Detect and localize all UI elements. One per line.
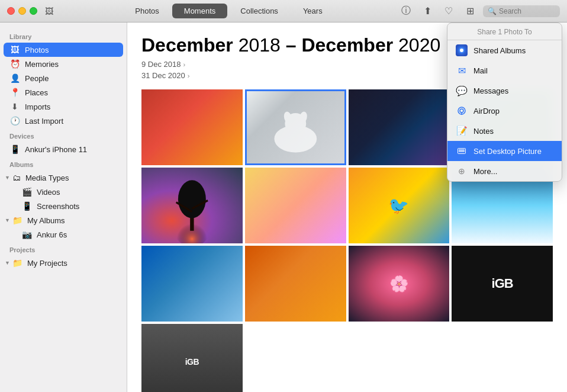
sidebar-item-ankur6s-label: Ankur 6s [37, 230, 67, 239]
chevron-down-icon: ▼ [5, 175, 10, 181]
media-types-label: Media Types [25, 173, 69, 182]
airdrop-icon [456, 105, 468, 117]
dropdown-item-more[interactable]: ⊕ More... [447, 161, 562, 181]
dropdown-item-messages[interactable]: 💬 Messages [447, 81, 562, 101]
tab-photos[interactable]: Photos [123, 4, 170, 18]
sidebar-group-my-albums[interactable]: ▼ 📁 My Albums [0, 213, 127, 227]
photo-cell-2[interactable] [245, 89, 346, 165]
more-icon: ⊕ [456, 165, 468, 177]
photo-cell-12[interactable]: iGB [452, 246, 553, 322]
sidebar-item-photos-label: Photos [25, 46, 49, 54]
more-label: More... [473, 167, 497, 176]
sidebar-item-photos[interactable]: 🖼 Photos [4, 43, 123, 57]
memories-icon: ⏰ [9, 59, 20, 69]
sidebar-item-videos[interactable]: 🎬 Videos [0, 185, 127, 199]
dropdown-item-airdrop[interactable]: AirDrop [447, 101, 562, 121]
sidebar-item-memories[interactable]: ⏰ Memories [0, 57, 127, 71]
imports-icon: ⬇ [9, 102, 20, 111]
ankur6s-icon: 📷 [21, 230, 32, 239]
sidebar-item-imports[interactable]: ⬇ Imports [0, 99, 127, 114]
photo-2 [245, 89, 346, 165]
sidebar-item-screenshots-label: Screenshots [37, 202, 79, 211]
my-projects-label: My Projects [27, 259, 67, 268]
sidebar-item-screenshots[interactable]: 📱 Screenshots [0, 199, 127, 213]
last-import-icon: 🕐 [9, 116, 20, 126]
traffic-lights [0, 7, 37, 15]
chevron-right-icon: ▼ [5, 260, 10, 266]
photo-cell-11[interactable]: 🌸 [349, 246, 450, 322]
library-section-label: Library [0, 28, 127, 43]
search-icon: 🔍 [488, 7, 497, 15]
places-icon: 📍 [9, 88, 20, 97]
sidebar-item-memories-label: Memories [25, 60, 59, 69]
my-albums-label: My Albums [27, 216, 65, 225]
my-projects-folder-icon: 📁 [12, 258, 22, 268]
photo-9 [141, 246, 243, 322]
date-range-start-year: 2018 [239, 34, 286, 56]
my-albums-folder-icon: 📁 [12, 216, 22, 225]
notes-icon: 📝 [456, 125, 468, 137]
photo-cell-6[interactable] [245, 168, 346, 243]
minimize-button[interactable] [18, 7, 26, 15]
airdrop-label: AirDrop [473, 107, 500, 115]
date-range-end-month: December [301, 34, 393, 56]
sidebar-item-last-import[interactable]: 🕐 Last Import [0, 114, 127, 128]
photo-12: iGB [452, 246, 553, 322]
dropdown-header: Share 1 Photo To [447, 23, 562, 40]
sidebar-item-iphone[interactable]: 📱 Ankur's iPhone 11 [0, 142, 127, 156]
close-button[interactable] [7, 7, 15, 15]
sidebar-item-places[interactable]: 📍 Places [0, 85, 127, 99]
projects-section-label: Projects [0, 242, 127, 256]
photo-7: 🐦 [349, 168, 450, 243]
photo-cell-1[interactable] [141, 89, 243, 165]
dog-silhouette [255, 97, 336, 158]
photo-cell-10[interactable] [245, 246, 346, 322]
sidebar-item-imports-label: Imports [25, 102, 50, 111]
messages-label: Messages [473, 86, 508, 95]
dropdown-item-mail[interactable]: ✉ Mail [447, 60, 562, 81]
photo-3 [349, 89, 450, 165]
photo-cell-9[interactable] [141, 246, 243, 322]
arrow-icon-1: › [183, 61, 186, 68]
share-dropdown-menu: Share 1 Photo To Shared Albums ✉ Mail 💬 … [447, 23, 562, 182]
info-button[interactable]: ⓘ [398, 3, 414, 20]
sidebar-group-my-projects[interactable]: ▼ 📁 My Projects [0, 256, 127, 270]
photo-cell-7[interactable]: 🐦 [349, 168, 450, 243]
tab-years[interactable]: Years [291, 4, 334, 18]
date-range-end-year: 2020 [398, 34, 440, 56]
date-range-start-month: December [141, 34, 233, 56]
maximize-button[interactable] [30, 7, 37, 15]
photo-10 [245, 246, 346, 322]
svg-point-12 [460, 109, 463, 113]
toolbar-right: ⓘ ⬆ ♡ ⊞ 🔍 [398, 3, 567, 20]
sidebar-group-media-types[interactable]: ▼ 🗂 Media Types [0, 171, 127, 185]
shared-albums-label: Shared Albums [473, 46, 526, 55]
mail-icon: ✉ [456, 65, 468, 76]
date2-text: 31 Dec 2020 [141, 71, 185, 80]
favorite-button[interactable]: ♡ [440, 3, 457, 20]
sidebar-item-ankur6s[interactable]: 📷 Ankur 6s [0, 227, 127, 242]
sidebar: Library 🖼 Photos ⏰ Memories 👤 People 📍 P… [0, 23, 127, 392]
iphone-icon: 📱 [9, 144, 20, 154]
photo-1 [141, 89, 243, 165]
photo-cell-5[interactable] [141, 168, 243, 243]
search-box: 🔍 [483, 5, 560, 17]
share-button[interactable]: ⬆ [419, 3, 436, 20]
notes-label: Notes [473, 127, 494, 136]
dropdown-item-notes[interactable]: 📝 Notes [447, 121, 562, 141]
tab-moments[interactable]: Moments [172, 4, 227, 18]
slideshow-button[interactable]: ⊞ [462, 3, 478, 20]
igb-logo-2: iGB [185, 357, 199, 367]
people-icon: 👤 [9, 73, 20, 83]
photo-cell-3[interactable] [349, 89, 450, 165]
arrow-icon-2: › [188, 72, 190, 79]
sidebar-item-people-label: People [25, 74, 49, 83]
sidebar-item-people[interactable]: 👤 People [0, 71, 127, 85]
photos-icon: 🖼 [9, 45, 20, 54]
search-input[interactable] [499, 7, 555, 15]
dropdown-item-set-desktop[interactable]: Set Desktop Picture [447, 141, 562, 161]
tab-collections[interactable]: Collections [228, 4, 290, 18]
date-range-separator: – [286, 34, 302, 56]
photo-cell-13[interactable]: iGB [141, 324, 243, 392]
dropdown-item-shared-albums[interactable]: Shared Albums [447, 40, 562, 60]
